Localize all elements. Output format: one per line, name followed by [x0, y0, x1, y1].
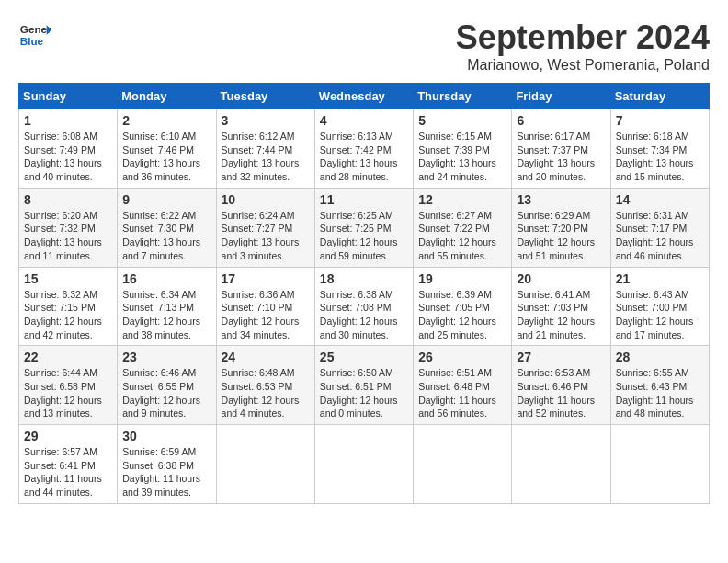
- calendar-cell: 12Sunrise: 6:27 AM Sunset: 7:22 PM Dayli…: [414, 188, 512, 267]
- day-info: Sunrise: 6:24 AM Sunset: 7:27 PM Dayligh…: [222, 209, 310, 263]
- day-info: Sunrise: 6:46 AM Sunset: 6:55 PM Dayligh…: [122, 366, 210, 420]
- calendar-cell: 4Sunrise: 6:13 AM Sunset: 7:42 PM Daylig…: [314, 109, 413, 189]
- day-info: Sunrise: 6:57 AM Sunset: 6:41 PM Dayligh…: [24, 445, 112, 500]
- day-info: Sunrise: 6:48 AM Sunset: 6:53 PM Dayligh…: [222, 366, 310, 420]
- day-number: 8: [24, 192, 112, 207]
- calendar-cell: 10Sunrise: 6:24 AM Sunset: 7:27 PM Dayli…: [216, 188, 314, 267]
- day-number: 6: [517, 113, 605, 128]
- day-number: 21: [616, 271, 704, 286]
- weekday-header-monday: Monday: [118, 84, 216, 109]
- calendar-cell: 17Sunrise: 6:36 AM Sunset: 7:10 PM Dayli…: [216, 267, 314, 346]
- weekday-header-sunday: Sunday: [19, 84, 118, 109]
- day-info: Sunrise: 6:55 AM Sunset: 6:43 PM Dayligh…: [616, 366, 704, 420]
- day-info: Sunrise: 6:27 AM Sunset: 7:22 PM Dayligh…: [418, 209, 506, 263]
- day-number: 17: [222, 271, 310, 286]
- weekday-header-tuesday: Tuesday: [216, 84, 314, 109]
- title-area: September 2024 Marianowo, West Pomerania…: [456, 18, 710, 74]
- day-number: 18: [320, 271, 408, 286]
- weekday-header-wednesday: Wednesday: [314, 84, 413, 109]
- calendar-cell: 19Sunrise: 6:39 AM Sunset: 7:05 PM Dayli…: [414, 267, 512, 346]
- calendar-week-4: 22Sunrise: 6:44 AM Sunset: 6:58 PM Dayli…: [19, 346, 710, 425]
- calendar-cell: 21Sunrise: 6:43 AM Sunset: 7:00 PM Dayli…: [610, 267, 709, 346]
- day-number: 13: [517, 192, 605, 207]
- day-number: 4: [320, 113, 408, 128]
- weekday-header-row: SundayMondayTuesdayWednesdayThursdayFrid…: [19, 84, 710, 109]
- day-number: 15: [24, 271, 112, 286]
- day-info: Sunrise: 6:25 AM Sunset: 7:25 PM Dayligh…: [320, 209, 408, 263]
- day-info: Sunrise: 6:20 AM Sunset: 7:32 PM Dayligh…: [24, 209, 112, 263]
- calendar-cell: 30Sunrise: 6:59 AM Sunset: 6:38 PM Dayli…: [118, 425, 216, 504]
- day-info: Sunrise: 6:53 AM Sunset: 6:46 PM Dayligh…: [517, 366, 605, 420]
- calendar-cell: [512, 425, 610, 504]
- day-number: 5: [418, 113, 506, 128]
- calendar-cell: 14Sunrise: 6:31 AM Sunset: 7:17 PM Dayli…: [610, 188, 709, 267]
- calendar-cell: [414, 425, 512, 504]
- day-number: 27: [517, 350, 605, 364]
- calendar-cell: 6Sunrise: 6:17 AM Sunset: 7:37 PM Daylig…: [512, 109, 610, 189]
- day-info: Sunrise: 6:50 AM Sunset: 6:51 PM Dayligh…: [320, 366, 408, 420]
- calendar-cell: 24Sunrise: 6:48 AM Sunset: 6:53 PM Dayli…: [216, 346, 314, 425]
- day-info: Sunrise: 6:17 AM Sunset: 7:37 PM Dayligh…: [517, 130, 605, 184]
- calendar-cell: 5Sunrise: 6:15 AM Sunset: 7:39 PM Daylig…: [414, 109, 512, 189]
- weekday-header-saturday: Saturday: [610, 84, 709, 109]
- calendar-cell: 25Sunrise: 6:50 AM Sunset: 6:51 PM Dayli…: [314, 346, 413, 425]
- day-info: Sunrise: 6:39 AM Sunset: 7:05 PM Dayligh…: [418, 288, 506, 342]
- svg-text:Blue: Blue: [20, 35, 44, 47]
- day-info: Sunrise: 6:34 AM Sunset: 7:13 PM Dayligh…: [122, 288, 210, 342]
- day-info: Sunrise: 6:31 AM Sunset: 7:17 PM Dayligh…: [616, 209, 704, 263]
- day-number: 1: [24, 113, 112, 128]
- calendar-cell: 13Sunrise: 6:29 AM Sunset: 7:20 PM Dayli…: [512, 188, 610, 267]
- calendar-cell: 27Sunrise: 6:53 AM Sunset: 6:46 PM Dayli…: [512, 346, 610, 425]
- day-info: Sunrise: 6:32 AM Sunset: 7:15 PM Dayligh…: [24, 288, 112, 342]
- calendar-cell: 8Sunrise: 6:20 AM Sunset: 7:32 PM Daylig…: [19, 188, 118, 267]
- day-info: Sunrise: 6:36 AM Sunset: 7:10 PM Dayligh…: [222, 288, 310, 342]
- calendar-cell: 16Sunrise: 6:34 AM Sunset: 7:13 PM Dayli…: [118, 267, 216, 346]
- calendar-week-2: 8Sunrise: 6:20 AM Sunset: 7:32 PM Daylig…: [19, 188, 710, 267]
- day-number: 7: [616, 113, 704, 128]
- calendar-table: SundayMondayTuesdayWednesdayThursdayFrid…: [18, 83, 710, 504]
- day-number: 22: [24, 350, 112, 364]
- calendar-cell: 2Sunrise: 6:10 AM Sunset: 7:46 PM Daylig…: [118, 109, 216, 189]
- day-number: 28: [616, 350, 704, 364]
- day-number: 9: [122, 192, 210, 207]
- calendar-cell: 1Sunrise: 6:08 AM Sunset: 7:49 PM Daylig…: [19, 109, 118, 189]
- day-info: Sunrise: 6:15 AM Sunset: 7:39 PM Dayligh…: [418, 130, 506, 184]
- day-number: 11: [320, 192, 408, 207]
- day-info: Sunrise: 6:13 AM Sunset: 7:42 PM Dayligh…: [320, 130, 408, 184]
- day-number: 12: [418, 192, 506, 207]
- day-info: Sunrise: 6:43 AM Sunset: 7:00 PM Dayligh…: [616, 288, 704, 342]
- day-info: Sunrise: 6:10 AM Sunset: 7:46 PM Dayligh…: [122, 130, 210, 184]
- calendar-cell: 20Sunrise: 6:41 AM Sunset: 7:03 PM Dayli…: [512, 267, 610, 346]
- calendar-week-3: 15Sunrise: 6:32 AM Sunset: 7:15 PM Dayli…: [19, 267, 710, 346]
- logo: General Blue: [18, 18, 51, 52]
- calendar-cell: 18Sunrise: 6:38 AM Sunset: 7:08 PM Dayli…: [314, 267, 413, 346]
- day-info: Sunrise: 6:44 AM Sunset: 6:58 PM Dayligh…: [24, 366, 112, 420]
- calendar-week-1: 1Sunrise: 6:08 AM Sunset: 7:49 PM Daylig…: [19, 109, 710, 189]
- day-info: Sunrise: 6:59 AM Sunset: 6:38 PM Dayligh…: [122, 445, 210, 500]
- day-info: Sunrise: 6:12 AM Sunset: 7:44 PM Dayligh…: [222, 130, 310, 184]
- day-number: 25: [320, 350, 408, 364]
- day-number: 26: [418, 350, 506, 364]
- calendar-body: 1Sunrise: 6:08 AM Sunset: 7:49 PM Daylig…: [19, 109, 710, 504]
- calendar-cell: 15Sunrise: 6:32 AM Sunset: 7:15 PM Dayli…: [19, 267, 118, 346]
- logo-icon: General Blue: [18, 18, 51, 52]
- calendar-cell: [216, 425, 314, 504]
- day-info: Sunrise: 6:29 AM Sunset: 7:20 PM Dayligh…: [517, 209, 605, 263]
- day-number: 19: [418, 271, 506, 286]
- day-number: 3: [222, 113, 310, 128]
- day-number: 23: [122, 350, 210, 364]
- calendar-cell: 22Sunrise: 6:44 AM Sunset: 6:58 PM Dayli…: [19, 346, 118, 425]
- day-number: 14: [616, 192, 704, 207]
- calendar-cell: [610, 425, 709, 504]
- calendar-cell: 28Sunrise: 6:55 AM Sunset: 6:43 PM Dayli…: [610, 346, 709, 425]
- day-info: Sunrise: 6:18 AM Sunset: 7:34 PM Dayligh…: [616, 130, 704, 184]
- day-number: 10: [222, 192, 310, 207]
- day-number: 2: [122, 113, 210, 128]
- month-title: September 2024: [456, 18, 710, 57]
- page-header: General Blue September 2024 Marianowo, W…: [18, 18, 710, 74]
- calendar-cell: [314, 425, 413, 504]
- calendar-cell: 29Sunrise: 6:57 AM Sunset: 6:41 PM Dayli…: [19, 425, 118, 504]
- weekday-header-thursday: Thursday: [414, 84, 512, 109]
- day-info: Sunrise: 6:08 AM Sunset: 7:49 PM Dayligh…: [24, 130, 112, 184]
- day-info: Sunrise: 6:51 AM Sunset: 6:48 PM Dayligh…: [418, 366, 506, 420]
